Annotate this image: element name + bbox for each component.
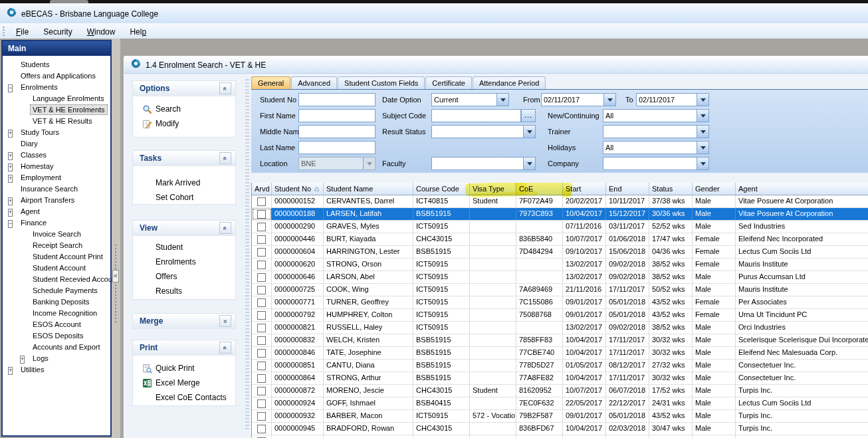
- menu-help[interactable]: Help: [122, 26, 154, 38]
- menu-file[interactable]: File: [9, 26, 36, 38]
- sidebar-item-language-enrolments[interactable]: Language Enrolments: [3, 92, 110, 104]
- sidebar-item-utilities[interactable]: +Utilities: [3, 364, 110, 375]
- expand-icon[interactable]: +: [8, 367, 13, 375]
- expand-icon[interactable]: +: [8, 152, 13, 160]
- table-row[interactable]: 0000000290GRAVES, MylesICT5091507/11/201…: [252, 221, 868, 233]
- menu-security[interactable]: Security: [36, 26, 79, 38]
- from-date-dropdown-icon[interactable]: [603, 94, 615, 106]
- tab-certificate[interactable]: Certificate: [425, 76, 472, 90]
- action-mark-arrived[interactable]: Mark Arrived: [133, 175, 235, 190]
- arrived-checkbox[interactable]: [257, 273, 266, 282]
- sidebar-item-employment[interactable]: +Employment: [3, 171, 110, 183]
- action-excel-merge[interactable]: Excel Merge: [133, 376, 235, 390]
- column-header-course-code[interactable]: Course Code: [413, 183, 470, 195]
- location-select[interactable]: BNE: [298, 157, 376, 170]
- expand-icon[interactable]: +: [20, 356, 25, 364]
- group-collapse-icon[interactable]: «: [219, 82, 231, 94]
- sidebar-item-vet-he-enrolments[interactable]: VET & HE Enrolments: [3, 104, 110, 115]
- column-header-agent[interactable]: Agent: [736, 183, 868, 195]
- location-dropdown-icon[interactable]: [363, 158, 375, 169]
- sidebar-item-diary[interactable]: Diary: [3, 138, 110, 149]
- arrived-checkbox[interactable]: [257, 210, 266, 219]
- arrived-checkbox[interactable]: [257, 197, 266, 206]
- menubar-grip-icon[interactable]: [3, 27, 5, 36]
- to-date-dropdown-icon[interactable]: [697, 94, 708, 106]
- company-select[interactable]: [603, 157, 709, 170]
- action-modify[interactable]: Modify: [133, 116, 235, 131]
- collapse-icon[interactable]: −: [8, 220, 13, 228]
- arrived-checkbox[interactable]: [257, 374, 266, 383]
- column-header-arvd[interactable]: Arvd: [252, 183, 272, 195]
- expand-icon[interactable]: +: [8, 209, 13, 217]
- table-row[interactable]: 0000000932BARBER, MaconICT50915572 - Voc…: [252, 410, 868, 423]
- middle-name-input[interactable]: [298, 125, 376, 138]
- expand-icon[interactable]: +: [8, 197, 13, 205]
- column-header-coe[interactable]: CoE: [516, 183, 563, 195]
- column-header-student-no[interactable]: Student No: [272, 183, 324, 195]
- table-row[interactable]: 0000000771TURNER, GeoffreyICT509157C1550…: [252, 296, 868, 309]
- table-row[interactable]: 0000000821RUSSELL, HaleyICT5091513/02/20…: [252, 322, 868, 334]
- column-header-student-name[interactable]: Student Name: [324, 183, 413, 195]
- table-row[interactable]: 0000000620STRONG, OrsonICT5091513/02/201…: [252, 259, 868, 271]
- arrived-checkbox[interactable]: [257, 298, 266, 307]
- holidays-dropdown-icon[interactable]: [697, 142, 708, 154]
- expand-icon[interactable]: +: [8, 164, 13, 171]
- first-name-input[interactable]: [298, 109, 376, 122]
- result-status-select[interactable]: [431, 125, 536, 138]
- arrived-checkbox[interactable]: [257, 223, 266, 231]
- faculty-select[interactable]: [431, 157, 536, 170]
- sidebar-item-finance[interactable]: −Finance: [3, 217, 110, 228]
- to-date-select[interactable]: 02/11/2017: [636, 93, 709, 106]
- holidays-select[interactable]: All: [603, 141, 709, 154]
- action-quick-print[interactable]: Quick Print: [133, 361, 235, 376]
- table-row[interactable]: 0000000851CANTU, DianaBSB51915778D5D2701…: [252, 360, 868, 372]
- trainer-select[interactable]: [603, 125, 709, 138]
- sidebar-item-students[interactable]: Students: [3, 58, 110, 70]
- sidebar-item-insurance-search[interactable]: Insurance Search: [3, 183, 110, 194]
- table-row[interactable]: 0000000924GOFF, IshmaelBSB404157EC0F6322…: [252, 397, 868, 410]
- action-enrolments[interactable]: Enrolments: [133, 255, 235, 269]
- expand-icon[interactable]: +: [8, 175, 13, 183]
- sidebar-item-invoice-search[interactable]: Invoice Search: [3, 228, 110, 239]
- action-offers[interactable]: Offers: [133, 269, 235, 284]
- action-set-cohort[interactable]: Set Cohort: [133, 190, 235, 205]
- table-row[interactable]: 0000000446BURT, KiayadaCHC43015836B58401…: [252, 233, 868, 246]
- table-row[interactable]: 0000000152CERVANTES, DarrelICT40815Stude…: [252, 195, 868, 208]
- date-option-dropdown-icon[interactable]: [496, 94, 508, 106]
- arrived-checkbox[interactable]: [257, 311, 266, 320]
- arrived-checkbox[interactable]: [257, 399, 266, 408]
- arrived-checkbox[interactable]: [257, 235, 266, 244]
- group-collapse-icon[interactable]: «: [219, 152, 231, 164]
- sidebar-item-esos-deposits[interactable]: ESOS Deposits: [3, 330, 110, 341]
- arrived-checkbox[interactable]: [257, 248, 266, 257]
- group-collapse-icon[interactable]: «: [219, 342, 231, 354]
- column-header-visa-type[interactable]: Visa Type: [470, 183, 516, 195]
- arrived-checkbox[interactable]: [257, 286, 266, 294]
- arrived-checkbox[interactable]: [257, 261, 266, 269]
- tools-splitter[interactable]: [245, 79, 249, 431]
- table-row[interactable]: 0000000188LARSEN, LatifahBSB519157973C89…: [252, 208, 868, 221]
- sidebar-item-receipt-search[interactable]: Receipt Search: [3, 239, 110, 251]
- sidebar-item-agent[interactable]: +Agent: [3, 205, 110, 217]
- last-name-input[interactable]: [298, 141, 376, 154]
- column-header-end[interactable]: End: [606, 183, 649, 195]
- arrived-checkbox[interactable]: [257, 362, 266, 370]
- company-dropdown-icon[interactable]: [697, 158, 708, 169]
- faculty-dropdown-icon[interactable]: [523, 158, 535, 169]
- sidebar-item-offers-and-applications[interactable]: Offers and Applications: [3, 70, 110, 81]
- sidebar-item-esos-account[interactable]: ESOS Account: [3, 318, 110, 330]
- column-header-gender[interactable]: Gender: [693, 183, 736, 195]
- date-option-select[interactable]: Current: [431, 93, 509, 106]
- collapse-icon[interactable]: −: [8, 84, 13, 92]
- sidebar-item-study-tours[interactable]: +Study Tours: [3, 126, 110, 138]
- sidebar-item-schedule-payments[interactable]: Schedule Payments: [3, 284, 110, 296]
- new-continuing-dropdown-icon[interactable]: [697, 110, 708, 122]
- arrived-checkbox[interactable]: [257, 387, 266, 395]
- action-student[interactable]: Student: [133, 240, 235, 255]
- table-row[interactable]: 0000000646LARSON, AbelICT5091513/02/2017…: [252, 271, 868, 284]
- arrived-checkbox[interactable]: [257, 425, 266, 433]
- subject-code-lookup-button[interactable]: ...: [521, 109, 536, 122]
- sidebar-splitter[interactable]: <: [112, 39, 120, 438]
- sidebar-item-student-account-print[interactable]: Student Account Print: [3, 251, 110, 262]
- arrived-checkbox[interactable]: [257, 412, 266, 421]
